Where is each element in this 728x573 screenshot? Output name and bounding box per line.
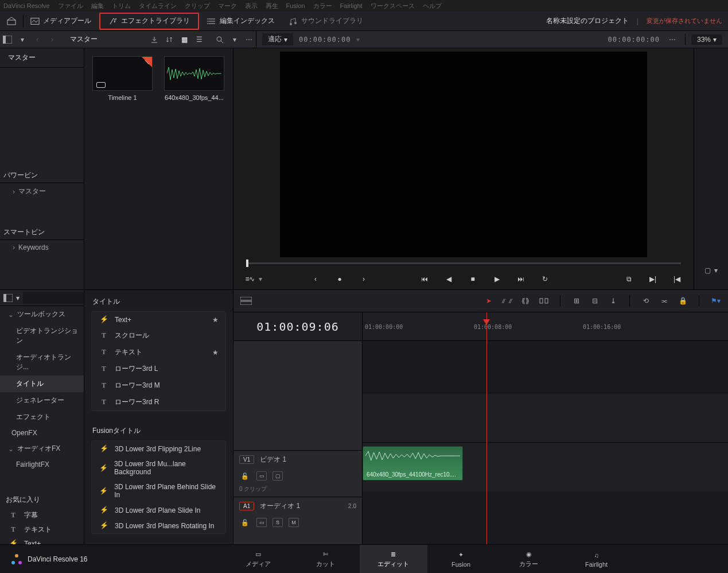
page-tab-edit[interactable]: ≣エディット <box>360 545 427 573</box>
prev-edit-icon[interactable]: ‹ <box>310 274 321 284</box>
more-icon[interactable]: ⋯ <box>242 36 256 44</box>
next-clip-icon[interactable]: ▶| <box>648 274 658 284</box>
page-tab-color[interactable]: ◉カラー <box>495 545 563 573</box>
play-reverse-icon[interactable]: ◀ <box>443 274 454 284</box>
nav-back-icon[interactable]: ‹ <box>30 33 45 47</box>
fx-search-input[interactable] <box>23 292 84 304</box>
edit-index-button[interactable]: 編集インデックス <box>200 11 282 31</box>
chevron-down-icon[interactable]: ▾ <box>714 266 718 274</box>
menu-item[interactable]: カラー <box>313 2 332 10</box>
play-icon[interactable]: ▶ <box>492 274 502 284</box>
fx-tree-effects[interactable]: エフェクト <box>0 409 84 425</box>
link-icon[interactable]: ⫘ <box>659 295 670 307</box>
chevron-down-icon[interactable]: ▾ <box>15 33 30 47</box>
auto-select-icon[interactable]: ▭ <box>256 471 267 481</box>
fx-item[interactable]: ⚡Text+★ <box>92 312 225 327</box>
menu-item[interactable]: ヘルプ <box>423 2 442 10</box>
menu-item[interactable]: トリム <box>112 2 131 10</box>
last-frame-icon[interactable]: ⏭ <box>516 274 526 284</box>
first-frame-icon[interactable]: ⏮ <box>419 274 430 284</box>
next-edit-icon[interactable]: › <box>359 274 369 284</box>
lock-icon[interactable]: 🔓 <box>239 517 251 528</box>
snap-icon[interactable]: ⟲ <box>640 295 652 307</box>
breadcrumb[interactable]: マスター <box>60 34 108 44</box>
fx-item[interactable]: ⚡3D Lower 3rd Plane Slide In <box>92 502 225 518</box>
smartbin-header[interactable]: スマートビン <box>0 223 84 240</box>
menu-item[interactable]: タイムライン <box>139 2 177 10</box>
flag-icon[interactable]: ⚑▾ <box>710 295 721 307</box>
playhead[interactable] <box>486 312 487 544</box>
effects-library-button[interactable]: エフェクトライブラリ <box>99 13 199 30</box>
menu-item[interactable]: Fairlight <box>340 2 363 9</box>
selection-tool-icon[interactable]: ➤ <box>483 295 495 307</box>
fx-item[interactable]: Tスクロール <box>92 327 225 344</box>
import-icon[interactable] <box>147 33 162 47</box>
video-track-header[interactable]: V1 ビデオ 1 🔓 ▭ ▢ 0 クリップ <box>233 450 362 497</box>
pool-thumb-audio[interactable]: 640x480_30fps_44... <box>164 56 224 101</box>
insert-icon[interactable]: ⊞ <box>571 295 582 307</box>
overwrite-icon[interactable]: ⊟ <box>589 295 601 307</box>
audio-clip[interactable]: 640x480_30fps_44100Hz_rec10.... <box>363 446 463 481</box>
viewer-canvas[interactable] <box>280 52 647 257</box>
dynamic-trim-icon[interactable]: ⟪⟫ <box>520 295 531 307</box>
lock-icon[interactable]: 🔒 <box>677 295 688 307</box>
panel-layout-icon[interactable] <box>0 33 15 47</box>
chevron-down-icon[interactable]: ▾ <box>16 294 20 302</box>
fx-tree-titles[interactable]: タイトル <box>0 375 84 392</box>
fx-tree-fairlightfx[interactable]: FairlightFX <box>0 457 84 472</box>
auto-select-icon[interactable]: ▭ <box>256 518 267 527</box>
home-button[interactable] <box>0 11 23 31</box>
menu-item[interactable]: ワークスペース <box>371 2 415 10</box>
mute-button[interactable]: M <box>289 518 299 527</box>
fx-tree-generators[interactable]: ジェネレーター <box>0 392 84 409</box>
fx-item[interactable]: Tローワー3rd L <box>92 361 225 377</box>
fx-item[interactable]: ⚡3D Lower 3rd Mu...lane Background <box>92 456 225 479</box>
trim-tool-icon[interactable]: ⫽⫽ <box>501 295 513 307</box>
powerbin-item[interactable]: ›マスター <box>0 183 84 200</box>
star-icon[interactable]: ★ <box>212 349 219 357</box>
stop-icon[interactable]: ■ <box>468 274 478 284</box>
fx-item[interactable]: ⚡3D Lower 3rd Plane Behind Slide In <box>92 479 225 502</box>
page-tab-fusion[interactable]: ✦Fusion <box>427 545 495 573</box>
timeline-ruler[interactable]: 01:00:00:00 01:00:08:00 01:00:16:00 <box>363 312 728 341</box>
match-frame-icon[interactable]: ⧉ <box>624 274 634 284</box>
fx-tree-audio-transitions[interactable]: オーディオトランジ... <box>0 349 84 375</box>
replace-icon[interactable]: ⤓ <box>608 295 619 307</box>
pool-master-header[interactable]: マスター <box>0 48 84 68</box>
blade-tool-icon[interactable] <box>538 295 550 307</box>
menu-item[interactable]: DaVinci Resolve <box>3 2 50 9</box>
track-enable-icon[interactable]: ▢ <box>272 471 283 481</box>
timeline-tracks[interactable]: 01:00:00:00 01:00:08:00 01:00:16:00 640x… <box>363 312 728 544</box>
loop-icon[interactable]: ↻ <box>540 274 550 284</box>
menu-item[interactable]: Fusion <box>286 2 305 9</box>
stop-dot-icon[interactable]: ● <box>334 274 345 284</box>
viewer-more-icon[interactable]: ⋯ <box>665 36 679 44</box>
page-tab-media[interactable]: ▭メディア <box>224 545 292 573</box>
fx-item[interactable]: ⚡3D Lower 3rd Flipping 2Line <box>92 441 225 456</box>
fx-item[interactable]: Tテキスト★ <box>92 344 225 361</box>
sound-library-button[interactable]: サウンドライブラリ <box>282 11 370 31</box>
chevron-down-icon[interactable]: ▾ <box>227 33 242 47</box>
chevron-down-icon[interactable]: ▾ <box>259 275 262 283</box>
timeline-view-icon[interactable] <box>240 295 252 307</box>
viewer-scrubber[interactable] <box>245 257 682 269</box>
audio-scrub-icon[interactable]: ≡∿ <box>245 274 255 284</box>
page-tab-cut[interactable]: ✄カット <box>292 545 360 573</box>
fx-item[interactable]: Tローワー3rd M <box>92 377 225 394</box>
zoom-dropdown[interactable]: 33% ▾ <box>691 34 722 45</box>
crop-icon[interactable]: ▢ <box>704 266 711 274</box>
media-pool-button[interactable]: メディアプール <box>24 11 98 31</box>
menu-item[interactable]: 表示 <box>245 2 258 10</box>
favorite-item[interactable]: T字幕 <box>0 508 84 522</box>
menu-item[interactable]: マーク <box>218 2 237 10</box>
menu-item[interactable]: 再生 <box>266 2 278 10</box>
menu-item[interactable]: クリップ <box>185 2 210 10</box>
list-view-icon[interactable]: ☰ <box>192 33 207 47</box>
sort-icon[interactable] <box>162 33 177 47</box>
nav-forward-icon[interactable]: › <box>45 33 60 47</box>
search-icon[interactable] <box>212 33 227 47</box>
audio-track-header[interactable]: A1 オーディオ 1 2.0 🔓 ▭ S M <box>233 497 362 544</box>
panel-layout-icon[interactable] <box>3 294 13 302</box>
favorite-item[interactable]: Tテキスト <box>0 522 84 537</box>
fx-item[interactable]: Tローワー3rd R <box>92 394 225 411</box>
